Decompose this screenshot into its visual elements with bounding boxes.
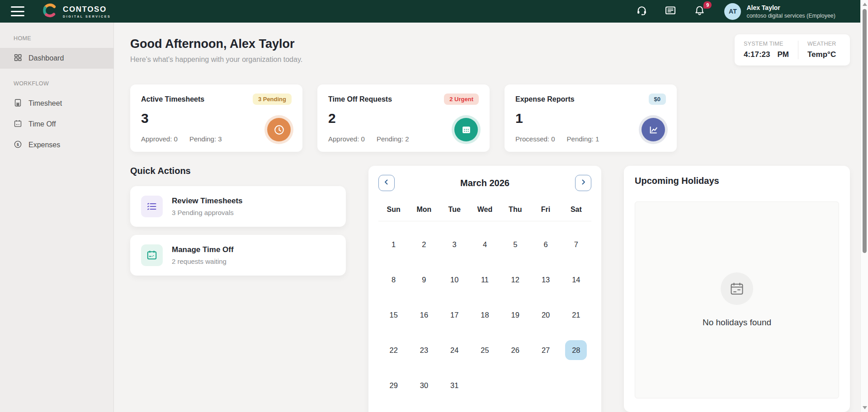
calendar-day[interactable]: 21 [561,297,591,332]
brand-logo[interactable]: CONTOSO DIGITAL SERVICES [42,2,111,21]
holidays-empty-state: No holidays found [635,201,839,398]
calendar-day[interactable]: 18 [470,297,500,332]
topbar-actions: 9 AT Alex Taylor contoso digital service… [619,3,835,20]
calendar-day[interactable]: 22 [378,332,409,368]
calendar-day[interactable]: 28 [561,332,591,368]
upcoming-holidays-card: Upcoming Holidays No holidays found [624,166,850,412]
avatar[interactable]: AT [724,3,741,20]
topbar: CONTOSO DIGITAL SERVICES [0,0,868,23]
calendar-day[interactable]: 14 [561,262,591,297]
calendar-day[interactable]: 16 [409,297,439,332]
calendar-day[interactable]: 7 [561,227,591,262]
system-time-meridiem: PM [778,50,789,59]
sidebar-item-label: Expenses [28,141,60,149]
calendar-day[interactable]: 4 [470,227,500,262]
announcements-button[interactable] [664,5,677,18]
sidebar-section-workflow: WORKFLOW [0,80,113,87]
stat-detail-pending: Pending: 2 [377,135,409,143]
svg-text:$: $ [17,142,19,146]
contoso-logo-icon [42,2,59,21]
scrollbar-up-arrow[interactable] [863,3,867,6]
scrollbar-down-arrow[interactable] [863,406,867,409]
calendar-day[interactable]: 26 [500,332,530,368]
calendar-day[interactable]: 8 [378,262,409,297]
calendar-check-icon [141,244,163,266]
calendar-weekday: Wed [470,206,500,214]
main-content: Good Afternoon, Alex Taylor Here's what'… [114,0,868,412]
system-time-label: SYSTEM TIME [744,41,789,47]
calendar-weekdays: SunMonTueWedThuFriSat [378,206,591,221]
user-name: Alex Taylor [746,4,835,11]
quick-actions-section: Quick Actions Review Timesheets 3 Pendin… [130,166,346,276]
system-time-weather-card: SYSTEM TIME 4:17:23 PM WEATHER Temp°C [735,34,850,66]
weather-value: Temp°C [807,50,836,59]
stat-detail-approved: Approved: 0 [328,135,365,143]
calendar-day[interactable]: 20 [530,297,561,332]
calendar-grid: 1234567891011121314151617181920212223242… [378,227,591,403]
calendar-day[interactable]: 5 [500,227,530,262]
notifications-button[interactable]: 9 [693,5,706,18]
timesheet-document-icon [14,98,22,109]
sidebar-item-timeoff[interactable]: Time Off [0,114,113,135]
calendar-day[interactable]: 17 [439,297,470,332]
headset-icon [636,5,647,18]
chevron-left-icon [383,179,390,187]
calendar-day[interactable]: 9 [409,262,439,297]
user-role: contoso digital services (Employee) [746,13,835,19]
calendar-day[interactable]: 15 [378,297,409,332]
user-menu[interactable]: Alex Taylor contoso digital services (Em… [746,4,835,19]
quick-action-manage-timeoff[interactable]: Manage Time Off 2 requests waiting [130,235,346,276]
sidebar-item-timesheet[interactable]: Timesheet [0,93,113,114]
calendar-day[interactable]: 19 [500,297,530,332]
support-headset-button[interactable] [635,5,648,18]
sidebar-item-expenses[interactable]: $ Expenses [0,135,113,155]
status-badge: 2 Urgent [444,94,479,105]
calendar-day[interactable]: 13 [530,262,561,297]
greeting-block: Good Afternoon, Alex Taylor Here's what'… [130,37,302,64]
calendar-prev-button[interactable] [378,175,395,191]
calendar-day[interactable]: 11 [470,262,500,297]
calendar-icon [14,119,22,130]
newspaper-icon [665,5,676,18]
calendar-day[interactable]: 23 [409,332,439,368]
stat-card-active-timesheets[interactable]: Active Timesheets 3 Pending 3 Approved: … [130,84,302,152]
calendar-day[interactable]: 29 [378,368,409,403]
stat-detail-processed: Processed: 0 [515,135,555,143]
sidebar-item-dashboard[interactable]: Dashboard [0,48,113,69]
calendar-day[interactable]: 30 [409,368,439,403]
stat-title: Expense Reports [515,95,575,103]
calendar-day[interactable]: 24 [439,332,470,368]
holidays-empty-text: No holidays found [703,318,771,328]
sidebar-section-home: HOME [0,35,113,42]
calendar-weekday: Fri [530,206,561,214]
quick-action-title: Review Timesheets [172,197,243,206]
stat-card-timeoff-requests[interactable]: Time Off Requests 2 Urgent 2 Approved: 0… [317,84,490,152]
calendar-day[interactable]: 1 [378,227,409,262]
stat-detail-pending: Pending: 3 [189,135,222,143]
stat-detail-approved: Approved: 0 [141,135,178,143]
brand-text: CONTOSO DIGITAL SERVICES [63,5,111,18]
quick-action-title: Manage Time Off [172,245,234,254]
quick-action-review-timesheets[interactable]: Review Timesheets 3 Pending approvals [130,186,346,227]
hamburger-menu-icon[interactable] [11,6,24,16]
checklist-icon [141,196,163,217]
calendar-day[interactable]: 6 [530,227,561,262]
calendar-weekday: Mon [409,206,439,214]
stat-title: Time Off Requests [328,95,392,103]
chevron-right-icon [580,179,586,187]
calendar-day[interactable]: 25 [470,332,500,368]
calendar-icon [454,118,478,141]
vertical-scrollbar[interactable] [860,0,868,412]
scrollbar-thumb[interactable] [863,9,867,253]
calendar-day[interactable]: 31 [439,368,470,403]
calendar-day[interactable]: 27 [530,332,561,368]
calendar-next-button[interactable] [575,175,591,191]
stat-card-expense-reports[interactable]: Expense Reports $0 1 Processed: 0 Pendin… [505,84,677,152]
calendar-day[interactable]: 10 [439,262,470,297]
calendar-day[interactable]: 3 [439,227,470,262]
quick-action-subtitle: 3 Pending approvals [172,209,243,216]
stats-row: Active Timesheets 3 Pending 3 Approved: … [130,84,850,152]
calendar-day[interactable]: 2 [409,227,439,262]
weather: WEATHER Temp°C [798,41,841,59]
calendar-day[interactable]: 12 [500,262,530,297]
